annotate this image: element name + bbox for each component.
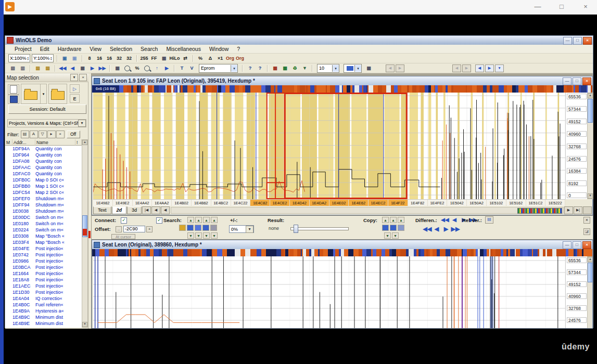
table-row[interactable]: 1E1664Post injectio« [5,270,82,277]
filter-list-icon[interactable]: ▤ [21,131,29,138]
version-browser-icon[interactable]: ▤ [43,64,52,72]
toolbar-nav-1-1[interactable]: ◀ [386,64,395,72]
table-row[interactable]: 1DF964Quantity con [5,152,82,158]
copy-up-arrow-3[interactable]: ▲ [398,217,404,223]
app-close-button[interactable]: × [583,37,592,45]
checksum-icon[interactable]: ▥ [18,64,27,72]
session-button[interactable]: Session: Default [8,105,86,114]
menu-item-edit[interactable]: Edit [36,46,54,52]
eprom-quick-button[interactable]: E [70,94,80,103]
differen-nav-row2-2[interactable]: ◀ [432,226,441,232]
hscroll-right-button-2[interactable]: ▶| [574,206,582,214]
tab-3d[interactable]: 3d [127,206,142,214]
text-mode-icon[interactable]: T [177,64,186,72]
copy-mode-icon-2[interactable] [390,225,397,231]
player-close-button[interactable]: × [580,2,591,12]
table-row[interactable]: 1E1AECPost injectio« [5,283,82,289]
search-down-arrow-3[interactable]: ▼ [203,232,210,239]
width-8-icon[interactable]: 8 [85,54,94,62]
table-row[interactable]: 1E0180Switch on m« [5,220,82,227]
hex-view-icon[interactable]: ▣ [60,54,69,62]
map-column-[interactable]: ! [75,139,82,146]
search-mode-icon-4[interactable] [202,225,209,231]
hexdump-top-vscrollbar[interactable]: ▲ ▼ [587,93,593,199]
filter-name-icon[interactable]: A [30,131,38,138]
hexdump-top-chart[interactable] [93,93,565,199]
map-column-name[interactable]: Name [35,139,75,146]
table-row[interactable]: 1DFF94Shutdown m« [5,202,82,208]
connect-checkbox[interactable]: ✓ [121,217,127,224]
table-row[interactable]: 1E4A04IQ correctio« [5,295,82,302]
offset-dots-button[interactable]: .. [116,226,122,232]
zoom-y-spin-arrows[interactable]: ▴▾ [50,56,52,60]
search-down-arrow-1[interactable]: ▼ [187,232,194,239]
player-minimize-button[interactable]: — [532,2,543,12]
table-row[interactable]: 1E04FEPost injectio« [5,245,82,252]
hexdump-top-restore-button[interactable]: □ [573,77,581,85]
original-grid-icon[interactable]: Org [236,54,245,62]
map-panel-close-button[interactable]: × [79,74,87,81]
prev-map-icon[interactable]: ◀ [68,64,77,72]
player-maximize-button[interactable]: □ [556,2,567,12]
hscrollbar-minimap-thumb[interactable] [517,208,562,214]
hexdump-bottom-vscrollbar[interactable]: ▲ [587,256,593,329]
hexdump-top-titlebar[interactable]: Seat Leon 1.9 105 inc FAP Leon (Original… [92,76,592,85]
at-cursor-button[interactable]: At cursor [111,234,135,239]
result-slider-thumb[interactable] [294,225,298,233]
table-row[interactable]: 1E0038Shutdown m« [5,208,82,214]
resize-grip[interactable] [583,206,592,214]
copy-mode-icon-3[interactable] [398,225,404,231]
zoom-up-icon[interactable]: ↑ [153,64,161,72]
menu-item-selection[interactable]: Selection [106,46,136,52]
table-row[interactable]: 1E03F4Map "Bosch « [5,239,82,245]
search-mode-icon-2[interactable] [187,225,194,231]
last-map-icon[interactable]: ▶▶ [98,64,107,72]
table-row[interactable]: 1E4B0CFuel referen« [5,302,82,308]
import-button[interactable]: ▷ [70,84,80,93]
table-row[interactable]: 1DFA08Quantity con [5,158,82,164]
hex-ff-icon[interactable]: FF [150,54,159,62]
search-down-arrow-2[interactable]: ▼ [195,232,202,239]
map-panel-header[interactable]: Map selection ▾ × [5,73,88,82]
search-mode-buttons[interactable] [179,225,217,231]
search-up-arrow-3[interactable]: ▲ [203,217,210,223]
differen-nav-row1-1[interactable]: ◀◀ [440,216,450,223]
hexdump-bottom-minimize-button[interactable]: — [563,241,571,249]
search-mode-icon-1[interactable] [179,225,186,231]
copy-down-arrow-2[interactable]: ▼ [392,232,399,239]
help-icon[interactable]: ? [246,64,255,72]
search-up-arrow-2[interactable]: ▲ [195,217,202,223]
projects-versions-select[interactable]: Projects, Versions & Maps: (Ctrl+Sh ▾ [7,119,86,127]
offset-plus-button[interactable]: + [146,226,153,232]
paste-special-icon[interactable]: ▤ [8,64,17,72]
table-row[interactable]: 1DFC54Map 2 SOI c« [5,189,82,196]
table-row[interactable]: 1E4B9EMinimum dist [5,320,82,327]
toolbar-nav-1-2[interactable]: ▶ [396,64,404,72]
menu-item-search[interactable]: Search [136,46,162,52]
context-help-icon[interactable]: ? [256,64,264,72]
projects-versions-dropdown-arrow[interactable]: ▾ [78,120,86,127]
new-map-icon[interactable]: ▦ [271,64,280,72]
copy-down-buttons[interactable]: ▼▼ [384,232,399,239]
table-row[interactable]: 1E4B9AHysteresis a« [5,308,82,314]
tab-2d[interactable]: 2d [112,206,127,214]
toolbar-nav-3-1[interactable]: ◀ [475,64,484,72]
width-32-icon[interactable]: 32 [115,54,124,62]
menu-item-hardware[interactable]: Hardware [54,46,86,52]
player-titlebar[interactable]: ▶ — □ × [4,0,597,15]
hexdump-top-hscrollbar[interactable] [171,207,564,214]
hscroll-right-button-1[interactable]: ▶ [564,206,573,214]
hex-colorbar-bottom[interactable] [92,249,592,256]
eprom-dropdown-arrow[interactable]: ▾ [231,65,237,72]
hexdump-bottom-vscrollbar-thumb[interactable] [588,263,593,282]
table-row[interactable]: 1E0986Post injectio« [5,258,82,264]
factor-x1-icon[interactable]: ×1 [216,54,225,62]
map-table-scrollbar[interactable]: ▲ ▼ [82,139,88,328]
zoom-x-stepper[interactable]: X:100% ▴▾ [8,54,30,62]
width-16-icon[interactable]: 16 [95,54,104,62]
open-project-dropdown[interactable]: ▾ [40,84,47,104]
difference-icon[interactable]: Δ [206,54,215,62]
app-minimize-button[interactable]: — [563,37,572,45]
panel-close-button[interactable]: × [583,217,590,224]
auto-map-icon[interactable]: ▦ [281,64,289,72]
